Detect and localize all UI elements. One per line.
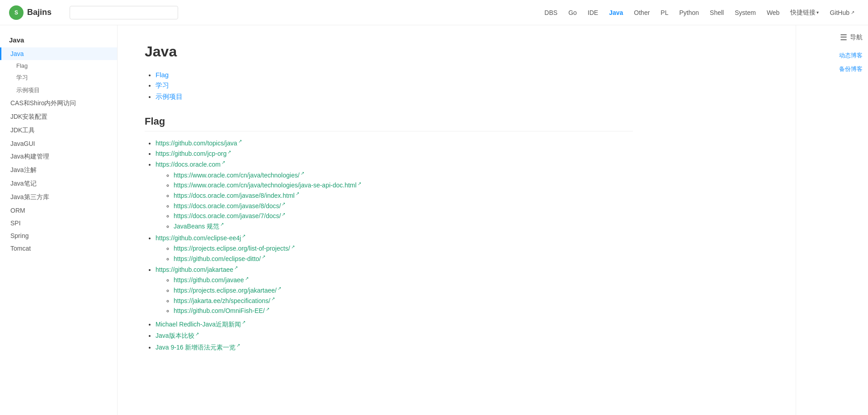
- github-jakartaee-link[interactable]: https://github.com/jakartaee↗: [156, 266, 238, 273]
- sidebar-item-spring[interactable]: Spring: [0, 229, 117, 242]
- sidebar-item-tomcat[interactable]: Tomcat: [0, 242, 117, 255]
- sidebar-item-java-notes[interactable]: Java笔记: [0, 177, 117, 191]
- sidebar-item-java-thirdparty[interactable]: Java第三方库: [0, 191, 117, 204]
- list-item: https://www.oracle.com/cn/java/technolog…: [174, 171, 633, 179]
- list-item: https://github.com/eclipse-ee4j↗ https:/…: [156, 233, 633, 262]
- michael-redlich-link[interactable]: Michael Redlich-Java近期新闻↗: [156, 321, 245, 328]
- java-9-16-syntax-link[interactable]: Java 9-16 新增语法元素一览↗: [156, 344, 240, 351]
- sidebar-item-java-build[interactable]: Java构建管理: [0, 150, 117, 163]
- site-title: Bajins: [27, 8, 52, 17]
- nav-python[interactable]: Python: [675, 7, 703, 18]
- search-input[interactable]: [70, 6, 178, 19]
- logo-area: S Bajins: [9, 5, 52, 20]
- list-item: https://github.com/OmniFish-EE/↗: [174, 307, 633, 315]
- page-title: Java: [145, 43, 633, 60]
- flag-section-title: Flag: [145, 116, 633, 131]
- github-topics-java-link[interactable]: https://github.com/topics/java↗: [156, 140, 242, 147]
- external-icon: ↗: [301, 171, 304, 176]
- list-item: https://github.com/jakartaee↗ https://gi…: [156, 265, 633, 314]
- nav-go[interactable]: Go: [564, 7, 581, 18]
- dynamic-blog-link[interactable]: 动态博客: [802, 51, 863, 60]
- right-sidebar: ☰ 导航 动态博客 备份博客: [796, 25, 868, 377]
- toc-item: 学习: [156, 81, 633, 90]
- github-eclipse-ee4j-link[interactable]: https://github.com/eclipse-ee4j↗: [156, 234, 245, 242]
- toc-list: Flag 学习 示例项目: [145, 71, 633, 101]
- external-icon: ↗: [222, 160, 225, 165]
- toc-study-link[interactable]: 学习: [156, 81, 169, 89]
- external-icon: ↗: [220, 222, 224, 227]
- search-box: 🔍: [70, 6, 178, 19]
- list-item: https://jakarta.ee/zh/specifications/↗: [174, 296, 633, 304]
- sidebar-item-jdk-config[interactable]: JDK安装配置: [0, 110, 117, 124]
- sidebar-item-orm[interactable]: ORM: [0, 204, 117, 217]
- toc-flag-link[interactable]: Flag: [156, 71, 169, 79]
- nav-ide[interactable]: IDE: [583, 7, 603, 18]
- nav-shell[interactable]: Shell: [705, 7, 728, 18]
- docs-oracle-link[interactable]: https://docs.oracle.com↗: [156, 161, 225, 168]
- java-version-compare-link[interactable]: Java版本比较↗: [156, 332, 199, 339]
- omnifish-ee-link[interactable]: https://github.com/OmniFish-EE/↗: [174, 307, 269, 314]
- external-icon: ↗: [262, 254, 265, 259]
- nav-java[interactable]: Java: [604, 7, 627, 18]
- nav-web[interactable]: Web: [762, 7, 784, 18]
- external-icon: ↗: [227, 149, 231, 154]
- sidebar-item-study[interactable]: 学习: [0, 71, 117, 84]
- nav-toggle[interactable]: ☰ 导航: [802, 33, 863, 42]
- sidebar: Java Java Flag 学习 示例项目 CAS和Shiro内外网访问 JD…: [0, 25, 118, 377]
- oracle-javase8-index-link[interactable]: https://docs.oracle.com/javase/8/index.h…: [174, 192, 299, 199]
- nav-toggle-label: 导航: [850, 33, 863, 42]
- javabeans-spec-link[interactable]: JavaBeans 规范↗: [174, 223, 224, 230]
- list-item: https://github.com/eclipse-ditto/↗: [174, 254, 633, 262]
- sidebar-item-java-annotation[interactable]: Java注解: [0, 163, 117, 177]
- nav-github[interactable]: GitHub ↗: [825, 7, 859, 18]
- external-icon: ↗: [278, 286, 281, 291]
- page-layout: Java Java Flag 学习 示例项目 CAS和Shiro内外网访问 JD…: [0, 25, 868, 377]
- github-jcp-link[interactable]: https://github.com/jcp-org↗: [156, 150, 231, 157]
- oracle-javase7-docs-link[interactable]: https://docs.oracle.com/javase/7/docs/↗: [174, 212, 285, 219]
- nav-quicklink[interactable]: 快捷链接 ▾: [786, 7, 823, 19]
- external-icon: ↗: [296, 191, 299, 196]
- nav-system[interactable]: System: [730, 7, 760, 18]
- sidebar-item-cas-shiro[interactable]: CAS和Shiro内外网访问: [0, 97, 117, 110]
- external-icon: ↗: [358, 181, 361, 186]
- list-item: https://github.com/javaee↗: [174, 276, 633, 284]
- list-item: Java版本比较↗: [156, 331, 633, 340]
- external-icon: ↗: [242, 233, 245, 238]
- external-icon: ↗: [282, 201, 285, 206]
- external-icon: ↗: [271, 296, 275, 301]
- header: S Bajins 🔍 DBS Go IDE Java Other PL Pyth…: [0, 0, 868, 25]
- external-icon: ↗: [291, 244, 295, 249]
- list-item: JavaBeans 规范↗: [174, 222, 633, 231]
- toc-example-link[interactable]: 示例项目: [156, 93, 183, 100]
- oracle-javase8-docs-link[interactable]: https://docs.oracle.com/javase/8/docs/↗: [174, 202, 285, 210]
- eclipse-ditto-link[interactable]: https://github.com/eclipse-ditto/↗: [174, 255, 265, 262]
- nav-pl[interactable]: PL: [656, 7, 673, 18]
- oracle-java-tech-link[interactable]: https://www.oracle.com/cn/java/technolog…: [174, 172, 304, 179]
- eclipse-projects-link[interactable]: https://projects.eclipse.org/list-of-pro…: [174, 245, 295, 252]
- oracle-java-se-api-link[interactable]: https://www.oracle.com/cn/java/technolog…: [174, 182, 361, 189]
- sidebar-item-java[interactable]: Java: [0, 47, 117, 60]
- sidebar-item-spi[interactable]: SPI: [0, 217, 117, 229]
- external-icon: ↗: [242, 320, 245, 325]
- eclipse-jakartaee-link[interactable]: https://projects.eclipse.org/jakartaee/↗: [174, 287, 281, 294]
- jakarta-ee-spec-link[interactable]: https://jakarta.ee/zh/specifications/↗: [174, 297, 275, 304]
- list-item: https://docs.oracle.com/javase/7/docs/↗: [174, 212, 633, 220]
- list-item: https://docs.oracle.com/javase/8/docs/↗: [174, 201, 633, 210]
- hamburger-icon: ☰: [840, 33, 847, 42]
- sidebar-section-title: Java: [0, 33, 117, 47]
- sidebar-item-flag[interactable]: Flag: [0, 60, 117, 71]
- eclipse-sublinks: https://projects.eclipse.org/list-of-pro…: [156, 244, 633, 262]
- nav-dbs[interactable]: DBS: [540, 7, 562, 18]
- nav-other[interactable]: Other: [629, 7, 654, 18]
- top-nav: DBS Go IDE Java Other PL Python Shell Sy…: [540, 7, 859, 19]
- external-icon: ↗: [238, 139, 242, 144]
- list-item: https://github.com/jcp-org↗: [156, 149, 633, 158]
- backup-blog-link[interactable]: 备份博客: [802, 65, 863, 73]
- external-icon: ↗: [266, 307, 269, 312]
- toc-item: Flag: [156, 71, 633, 79]
- sidebar-item-javagui[interactable]: JavaGUI: [0, 137, 117, 150]
- github-javaee-link[interactable]: https://github.com/javaee↗: [174, 276, 249, 284]
- sidebar-item-jdk-tools[interactable]: JDK工具: [0, 124, 117, 137]
- sidebar-item-example[interactable]: 示例项目: [0, 84, 117, 97]
- list-item: Michael Redlich-Java近期新闻↗: [156, 320, 633, 329]
